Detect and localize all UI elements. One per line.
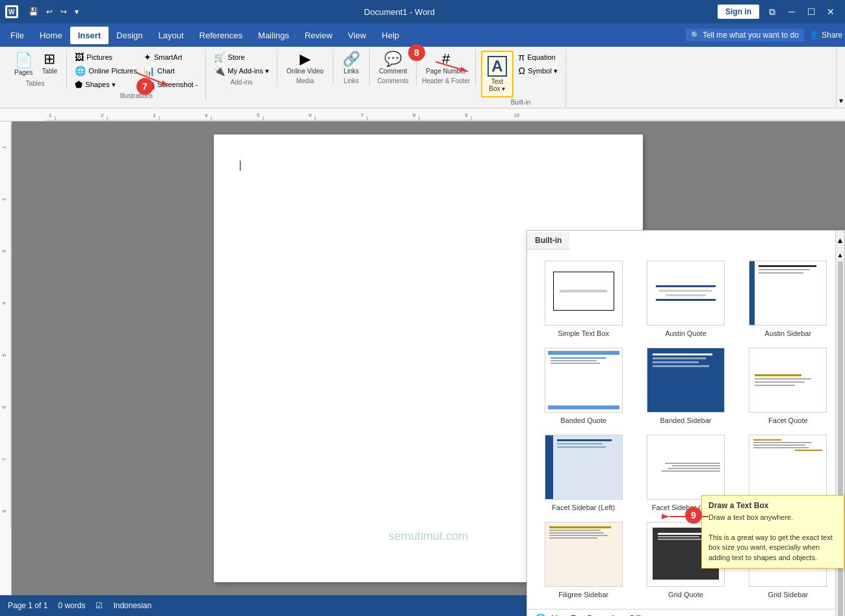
redo-btn[interactable]: ↪ — [58, 6, 70, 18]
page-number-button[interactable]: # Page Number — [422, 51, 470, 76]
doc-check-icon[interactable]: ☑ — [96, 601, 103, 610]
menu-insert[interactable]: Insert — [70, 27, 109, 44]
media-group-label: Media — [296, 76, 314, 84]
table-button[interactable]: ⊞ Table — [38, 51, 61, 76]
online-video-button[interactable]: ▶ Online Video — [283, 51, 328, 76]
search-bar[interactable]: 🔍 Tell me what you want to do — [686, 29, 804, 42]
template-simple-text-box[interactable]: Simple Text Box — [532, 255, 634, 342]
more-textboxes-button[interactable]: 🌐 More Text Boxes from Office.com ▶ — [527, 610, 844, 616]
smartart-button[interactable]: ✦ SmartArt — [141, 51, 200, 64]
filigree-quote-thumb — [749, 435, 827, 500]
badge-9: 9 — [685, 507, 702, 524]
tables-content: 📄 Pages ⊞ Table — [9, 51, 61, 79]
menu-home[interactable]: Home — [32, 27, 70, 44]
menu-file[interactable]: File — [3, 27, 32, 44]
restore-btn[interactable]: ⧉ — [763, 3, 781, 21]
svg-rect-23 — [0, 125, 12, 528]
template-austin-sidebar[interactable]: Austin Sidebar — [737, 255, 839, 342]
quick-access-toolbar[interactable]: 💾 ↩ ↪ ▾ — [26, 6, 81, 18]
menu-help[interactable]: Help — [374, 27, 407, 44]
symbol-label: Symbol ▾ — [528, 67, 558, 75]
svg-text:6: 6 — [309, 112, 312, 118]
media-content: ▶ Online Video — [283, 51, 328, 76]
tooltip-title: Draw a Text Box — [708, 501, 837, 510]
my-addins-button[interactable]: 🔌 My Add-ins ▾ — [211, 64, 271, 77]
minimize-btn[interactable]: ─ — [783, 3, 801, 21]
template-austin-quote[interactable]: Austin Quote — [634, 255, 736, 342]
template-banded-sidebar[interactable]: Banded Sidebar — [634, 342, 736, 430]
dropdown-footer: 🌐 More Text Boxes from Office.com ▶ ✏️ D… — [527, 609, 844, 616]
smartart-icon: ✦ — [144, 52, 151, 62]
tooltip-body: Draw a text box anywhere. This is a grea… — [708, 513, 837, 563]
menu-design[interactable]: Design — [109, 27, 150, 44]
svg-text:10: 10 — [514, 112, 519, 118]
online-pictures-button[interactable]: 🌐 Online Pictures — [72, 64, 140, 77]
facet-quote-label: Facet Quote — [768, 417, 808, 424]
undo-btn[interactable]: ↩ — [44, 6, 55, 18]
menu-mailings[interactable]: Mailings — [250, 27, 297, 44]
svg-text:1: 1 — [49, 112, 52, 118]
equation-button[interactable]: π Equation — [516, 51, 560, 64]
pictures-icon: 🖼 — [75, 52, 84, 62]
symbol-button[interactable]: Ω Symbol ▾ — [516, 64, 560, 77]
video-icon: ▶ — [300, 52, 311, 66]
badge-8: 8 — [408, 44, 425, 61]
banded-quote-label: Banded Quote — [560, 417, 606, 424]
person-icon: 👤 — [809, 31, 819, 40]
pages-label: Pages — [14, 69, 32, 76]
close-btn[interactable]: ✕ — [822, 3, 840, 21]
symbol-icon: Ω — [519, 66, 525, 76]
title-bar-left: W 💾 ↩ ↪ ▾ — [5, 5, 81, 18]
store-button[interactable]: 🛒 Store — [211, 51, 271, 64]
main-area: 1 2 3 4 5 6 7 8 semutimut.com Built-in ▲ — [0, 122, 845, 595]
language[interactable]: Indonesian — [113, 601, 151, 610]
sign-in-button[interactable]: Sign in — [718, 5, 759, 19]
pages-button[interactable]: 📄 Pages — [9, 51, 38, 79]
text-cursor — [240, 160, 240, 171]
textbox-dropdown-panel: Built-in ▲ Simple Text Box — [526, 230, 845, 616]
template-filigree-sidebar[interactable]: Filigree Sidebar — [532, 517, 634, 604]
template-facet-quote[interactable]: Facet Quote — [737, 342, 839, 430]
comment-icon: 💬 — [384, 52, 402, 66]
comment-button[interactable]: 💬 Comment — [375, 51, 411, 76]
ribbon-group-tables: 📄 Pages ⊞ Table Tables — [4, 49, 67, 88]
template-facet-sidebar-left[interactable]: Facet Sidebar (Left) — [532, 430, 634, 517]
save-quick-btn[interactable]: 💾 — [26, 6, 41, 18]
austin-quote-thumb — [647, 261, 725, 326]
share-button[interactable]: 👤 Share — [809, 31, 842, 40]
illustrations-small-btns: 🖼 Pictures 🌐 Online Pictures ⬟ Shapes ▾ — [72, 51, 140, 91]
pagenumber-label: Page Number — [426, 68, 466, 75]
addins-group-label: Add-ins — [231, 77, 253, 86]
simple-text-box-thumb — [545, 261, 623, 326]
menu-review[interactable]: Review — [297, 27, 341, 44]
title-bar-right: Sign in ⧉ ─ ☐ ✕ — [718, 3, 840, 21]
banded-quote-thumb — [545, 348, 623, 413]
svg-text:7: 7 — [361, 112, 364, 118]
pages-icon: 📄 — [15, 53, 32, 68]
maximize-btn[interactable]: ☐ — [802, 3, 820, 21]
facet-sidebar-right-thumb — [647, 435, 725, 500]
ribbon-group-illustrations: 🖼 Pictures 🌐 Online Pictures ⬟ Shapes ▾ … — [67, 49, 206, 101]
svg-text:2: 2 — [101, 112, 104, 118]
svg-text:1: 1 — [1, 146, 7, 149]
my-addins-label: My Add-ins ▾ — [228, 67, 268, 75]
scroll-up-icon[interactable]: ▲ — [837, 251, 844, 259]
table-label: Table — [42, 68, 57, 75]
scroll-up-btn[interactable]: ▲ — [835, 231, 844, 250]
menu-view[interactable]: View — [340, 27, 374, 44]
links-button[interactable]: 🔗 Links — [339, 51, 364, 76]
ribbon-scroll[interactable]: ▾ — [836, 47, 845, 108]
text-box-button[interactable]: A TextBox ▾ — [481, 51, 513, 97]
chart-button[interactable]: 📊 Chart — [141, 64, 200, 77]
tooltip-line1: Draw a text box anywhere. — [708, 513, 793, 521]
menu-layout[interactable]: Layout — [151, 27, 192, 44]
shapes-button[interactable]: ⬟ Shapes ▾ — [72, 78, 140, 91]
my-addins-icon: 🔌 — [214, 66, 225, 76]
customize-qa-btn[interactable]: ▾ — [72, 6, 81, 18]
menu-references[interactable]: References — [192, 27, 250, 44]
table-icon: ⊞ — [44, 52, 55, 66]
pictures-button[interactable]: 🖼 Pictures — [72, 51, 140, 64]
template-banded-quote[interactable]: Banded Quote — [532, 342, 634, 430]
menu-bar: File Home Insert Design Layout Reference… — [0, 23, 845, 47]
chart-icon: 📊 — [144, 66, 155, 76]
